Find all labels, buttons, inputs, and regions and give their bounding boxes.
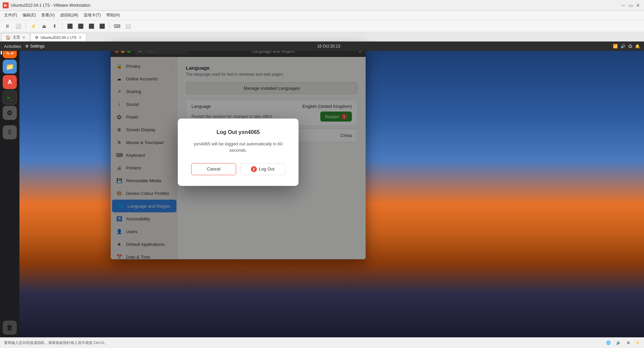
toolbar-btn-3[interactable]: ⚡ [29, 22, 38, 30]
topbar-right-icons: 📶 🔊 ⏻ 🔔 [613, 44, 640, 49]
toolbar-btn-7[interactable]: ⬛ [76, 22, 85, 30]
dialog-buttons: Cancel 2 Log Out [191, 163, 285, 175]
toolbar-btn-11[interactable]: ⬜ [123, 22, 132, 30]
tab-ubuntu-close[interactable]: ✕ [78, 35, 82, 40]
vmware-tabs: 🏠 主页 ✕ ⚙ Ubuntu2022.04.1 LTS ✕ [0, 32, 644, 42]
settings-window: 🔍 Language and Region ≡ 🔒 Privacy › ☁ On… [111, 45, 366, 259]
dock-appstore[interactable]: A [3, 75, 17, 89]
dialog-logout-button[interactable]: 2 Log Out [240, 163, 285, 175]
menu-tabs[interactable]: 选项卡(T) [81, 12, 103, 19]
dock-terminal[interactable]: >_ [3, 90, 17, 105]
vmware-hint-text: 要将输入定向到该虚拟机，请将鼠标指针移入其中或按 Ctrl+G。 [4, 340, 108, 345]
dialog-cancel-button[interactable]: Cancel [191, 163, 236, 175]
power-icon[interactable]: ⏻ [628, 44, 632, 49]
dock-settings[interactable]: ⚙ [3, 106, 17, 120]
toolbar-divider-1 [25, 23, 26, 29]
current-app-name: ⚙ Settings [25, 44, 45, 49]
usb-status-icon[interactable]: ⚡ [635, 341, 640, 345]
restore-button[interactable]: ▭ [627, 2, 634, 9]
menu-edit[interactable]: 编辑(E) [20, 12, 39, 19]
network-icon[interactable]: 📶 [613, 44, 618, 49]
network-status-icon[interactable]: 🌐 [606, 341, 611, 345]
volume-icon[interactable]: 🔊 [621, 44, 626, 49]
dialog-body: yxn4065 will be logged out automatically… [191, 141, 285, 154]
tab-home[interactable]: 🏠 主页 ✕ [1, 33, 30, 41]
toolbar-btn-4[interactable]: ⏏ [39, 22, 49, 30]
toolbar-btn-9[interactable]: ⬛ [97, 22, 107, 30]
activities-button[interactable]: Activities [4, 44, 21, 49]
logout-badge: 2 [251, 166, 257, 172]
toolbar-btn-8[interactable]: ⬛ [87, 22, 96, 30]
pause-button[interactable]: ⏸ [3, 22, 12, 30]
toolbar-btn-6[interactable]: ⬛ [65, 22, 74, 30]
vmware-title: Ubuntu2022.04.1 LTS - VMware Workstation [11, 3, 620, 8]
menu-help[interactable]: 帮助(H) [104, 12, 123, 19]
toolbar-btn-10[interactable]: ⌨ [112, 22, 122, 30]
dock-apps-grid[interactable]: ⠿ [3, 125, 17, 139]
sound-status-icon[interactable]: 🔊 [616, 341, 621, 345]
menu-view[interactable]: 查看(V) [39, 12, 57, 19]
display-status-icon[interactable]: 🖥 [626, 341, 630, 345]
tab-home-label: 主页 [13, 35, 20, 40]
tab-ubuntu[interactable]: ⚙ Ubuntu2022.04.1 LTS ✕ [31, 33, 86, 41]
toolbar-divider-2 [62, 23, 62, 29]
ubuntu-dock: 🦊 📁 A >_ ⚙ ⠿ 🗑 [0, 42, 19, 337]
ubuntu-icon: ⚙ [35, 35, 39, 40]
dialog-overlay: Log Out yxn4065 yxn4065 will be logged o… [111, 45, 366, 259]
vmware-status-icons: 🌐 🔊 🖥 ⚡ [606, 341, 640, 345]
vmware-titlebar: ▶ Ubuntu2022.04.1 LTS - VMware Workstati… [0, 0, 644, 11]
ubuntu-topbar: Activities ⚙ Settings 16 Oct 20:13 📶 🔊 ⏻… [0, 42, 644, 51]
bell-icon[interactable]: 🔔 [635, 44, 640, 49]
home-icon: 🏠 [6, 35, 11, 40]
minimize-button[interactable]: ─ [620, 2, 627, 9]
vmware-icon: ▶ [3, 2, 9, 8]
menu-vm[interactable]: 虚拟机(M) [57, 12, 81, 19]
ubuntu-desktop: Activities ⚙ Settings 16 Oct 20:13 📶 🔊 ⏻… [0, 42, 644, 337]
dialog-title: Log Out yxn4065 [191, 129, 285, 135]
logout-label: Log Out [259, 166, 274, 171]
toolbar-divider-3 [109, 23, 110, 29]
menu-file[interactable]: 文件(F) [1, 12, 20, 19]
tab-ubuntu-label: Ubuntu2022.04.1 LTS [41, 36, 76, 40]
dock-files[interactable]: 📁 [3, 60, 17, 74]
toolbar-btn-5[interactable]: ⬆ [50, 22, 59, 30]
dock-trash[interactable]: 🗑 [3, 321, 17, 335]
datetime-display: 16 Oct 20:13 [45, 44, 613, 49]
window-controls: ─ ▭ ✕ [620, 2, 641, 9]
logout-dialog: Log Out yxn4065 yxn4065 will be logged o… [178, 119, 299, 186]
close-button[interactable]: ✕ [635, 2, 641, 9]
toolbar-btn-2[interactable]: ⬜ [13, 22, 23, 30]
tab-home-close[interactable]: ✕ [22, 35, 25, 40]
vmware-bottombar: 要将输入定向到该虚拟机，请将鼠标指针移入其中或按 Ctrl+G。 🌐 🔊 🖥 ⚡ [0, 337, 644, 348]
vmware-toolbar: ⏸ ⬜ ⚡ ⏏ ⬆ ⬛ ⬛ ⬛ ⬛ ⌨ ⬜ [0, 20, 644, 32]
vmware-menubar: 文件(F) 编辑(E) 查看(V) 虚拟机(M) 选项卡(T) 帮助(H) [0, 11, 644, 20]
